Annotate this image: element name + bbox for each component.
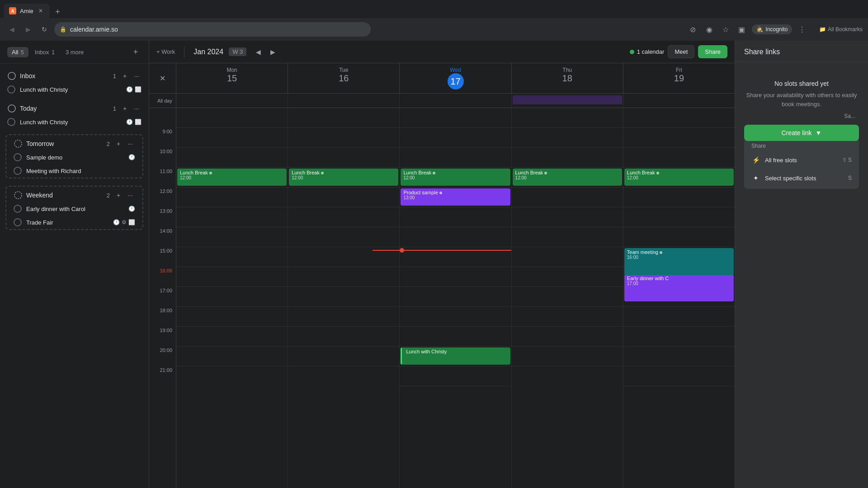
event-time-lunch-break-fri: 12:00 xyxy=(627,175,731,180)
thu-allday-event[interactable] xyxy=(513,95,622,104)
incognito-badge[interactable]: 🕵 Incognito xyxy=(752,24,793,34)
share-button[interactable]: Share xyxy=(698,45,727,58)
event-title-early-dinner-fri: Early dinner with C xyxy=(627,276,731,281)
tab-more-label: 3 more xyxy=(66,49,84,56)
task-lunch-christy-inbox[interactable]: Lunch with Christy 🕐 ⬜ xyxy=(0,83,149,96)
close-work-section-button[interactable]: ✕ xyxy=(160,74,165,83)
svg-point-1 xyxy=(8,105,15,112)
sidebar-tab-more[interactable]: 3 more xyxy=(61,47,88,57)
create-link-container: Create link ▼ Share ⚡ All free slots ⇧ S… xyxy=(744,125,859,189)
tab-close-button[interactable]: ✕ xyxy=(37,7,44,14)
inbox-more-button[interactable]: ··· xyxy=(132,71,142,81)
weekend-section-title: Weekend xyxy=(26,192,107,199)
calendar-color-dot xyxy=(630,50,634,54)
tomorrow-section-header[interactable]: Tomorrow 2 + ··· xyxy=(6,135,142,150)
bookmarks-bar: 📁 All Bookmarks xyxy=(819,26,863,33)
inbox-section-header[interactable]: Inbox 1 + ··· xyxy=(0,67,149,83)
event-title-lunch-break-mon: Lunch Break xyxy=(180,170,284,175)
cast-icon[interactable]: ⊘ xyxy=(687,23,699,36)
weekend-section-count: 2 xyxy=(107,192,110,199)
task-checkbox-sample-demo[interactable] xyxy=(14,153,22,161)
tomorrow-icon xyxy=(14,139,23,148)
day-column-mon[interactable]: Lunch Break 12:00 xyxy=(176,108,288,488)
today-icon xyxy=(7,104,16,113)
refresh-button[interactable]: ↻ xyxy=(38,23,51,36)
day-column-wed[interactable]: Lunch Break 12:00 Product sample 13:00 xyxy=(400,108,511,488)
event-title-lunch-christy-wed: Lunch with Christy xyxy=(403,349,447,354)
time-11: 11:00 xyxy=(149,168,176,188)
day-column-thu[interactable]: Lunch Break 12:00 xyxy=(512,108,623,488)
add-time-label[interactable]: + Work xyxy=(156,48,175,55)
task-meeting-richard[interactable]: Meeting with Richard xyxy=(6,164,142,178)
active-tab[interactable]: A Amie ✕ xyxy=(4,4,50,18)
today-section-actions: + ··· xyxy=(120,103,142,113)
inbox-add-button[interactable]: + xyxy=(120,71,130,81)
event-team-meeting[interactable]: Team meeting 16:00 xyxy=(624,248,734,275)
tab-all-label: All xyxy=(12,49,18,56)
task-checkbox-trade-fair[interactable] xyxy=(14,218,22,226)
meet-button[interactable]: Meet xyxy=(668,45,694,58)
next-week-button[interactable]: ▶ xyxy=(266,46,279,58)
task-checkbox-meeting-richard[interactable] xyxy=(14,167,22,175)
menu-button[interactable]: ⋮ xyxy=(796,23,808,36)
event-lunch-break-thu[interactable]: Lunch Break 12:00 xyxy=(513,169,622,186)
event-lunch-christy-wed[interactable]: Lunch with Christy xyxy=(401,347,510,365)
lightning-icon: ⚡ xyxy=(751,155,760,164)
task-name-trade-fair: Trade Fair xyxy=(26,219,108,226)
weekend-add-button[interactable]: + xyxy=(113,190,123,200)
event-lunch-break-fri[interactable]: Lunch Break 12:00 xyxy=(624,169,734,186)
task-early-dinner-carol[interactable]: Early dinner with Carol 🕐 xyxy=(6,202,142,216)
task-checkbox-early-dinner[interactable] xyxy=(14,205,22,213)
task-checkbox-inbox-lunch[interactable] xyxy=(7,85,15,94)
day-column-tue[interactable]: Lunch Break 12:00 xyxy=(288,108,400,488)
sidebar-tab-inbox[interactable]: Inbox 1 xyxy=(30,47,59,57)
star-icon[interactable]: ☆ xyxy=(719,23,732,36)
tomorrow-section-actions: + ··· xyxy=(113,139,135,149)
incognito-icon: 🕵 xyxy=(756,26,763,33)
header-corner: ✕ xyxy=(149,63,176,93)
today-add-button[interactable]: + xyxy=(120,103,130,113)
calendar-indicator: 1 calendar xyxy=(630,48,665,55)
task-trade-fair[interactable]: Trade Fair 🕐 ⚙ ⬜ xyxy=(6,216,142,229)
event-lunch-break-wed[interactable]: Lunch Break 12:00 xyxy=(401,169,510,186)
all-day-label: All day xyxy=(149,94,176,108)
sparkle-icon: ✦ xyxy=(751,174,760,183)
weekend-more-button[interactable]: ··· xyxy=(125,190,135,200)
today-section-title: Today xyxy=(20,105,113,112)
sidebar-add-button[interactable]: + xyxy=(130,46,142,58)
day-header-fri: Fri 19 xyxy=(623,63,735,93)
event-lunch-break-mon[interactable]: Lunch Break 12:00 xyxy=(177,169,287,186)
event-early-dinner-fri[interactable]: Early dinner with C 17:00 xyxy=(624,274,734,301)
day-column-fri[interactable]: Lunch Break 12:00 Team meeting 16:00 xyxy=(623,108,735,488)
tomorrow-section-container: Tomorrow 2 + ··· Sample demo 🕐 xyxy=(5,134,143,178)
prev-week-button[interactable]: ◀ xyxy=(252,46,264,58)
task-lunch-christy-today[interactable]: Lunch with Christy 🕐 ⬜ xyxy=(0,115,149,129)
task-checkbox-today-lunch[interactable] xyxy=(7,118,15,126)
clock-icon-inbox: 🕐 xyxy=(126,86,133,93)
create-link-button[interactable]: Create link ▼ xyxy=(744,125,859,141)
event-lunch-break-tue[interactable]: Lunch Break 12:00 xyxy=(289,169,398,186)
back-button[interactable]: ◀ xyxy=(5,23,18,36)
weekend-section-header[interactable]: Weekend 2 + ··· xyxy=(6,187,142,202)
event-product-sample[interactable]: Product sample 13:00 xyxy=(401,188,510,206)
today-more-button[interactable]: ··· xyxy=(132,103,142,113)
day-header-wed: Wed 17 xyxy=(400,63,511,93)
share-option-specific[interactable]: ✦ Select specific slots S xyxy=(744,169,859,187)
new-tab-button[interactable]: + xyxy=(52,5,64,18)
today-section-count: 1 xyxy=(113,105,116,112)
svg-point-2 xyxy=(14,140,22,147)
tomorrow-section-title: Tomorrow xyxy=(26,140,107,147)
all-day-text: All day xyxy=(157,98,172,103)
sidebar-tab-all[interactable]: All 5 xyxy=(7,47,28,57)
forward-button[interactable]: ▶ xyxy=(22,23,34,36)
address-bar[interactable]: 🔒 calendar.amie.so xyxy=(54,22,371,37)
gear-icon-trade-fair: ⚙ xyxy=(122,219,127,225)
sidebar-toggle[interactable]: ▣ xyxy=(736,23,748,36)
time-13: 13:00 xyxy=(149,207,176,227)
tomorrow-more-button[interactable]: ··· xyxy=(125,139,135,149)
today-section-header[interactable]: Today 1 + ··· xyxy=(0,100,149,115)
camera-icon[interactable]: ◉ xyxy=(703,23,716,36)
tomorrow-add-button[interactable]: + xyxy=(113,139,123,149)
task-sample-demo[interactable]: Sample demo 🕐 xyxy=(6,150,142,164)
share-option-all-free[interactable]: ⚡ All free slots ⇧ S xyxy=(744,151,859,169)
